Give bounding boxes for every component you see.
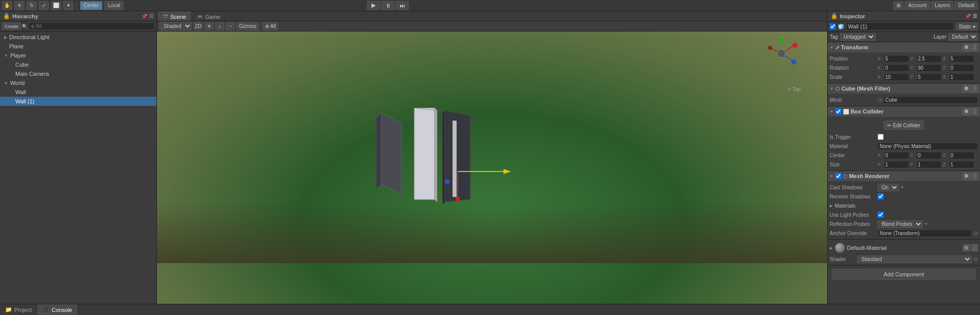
center-z-input[interactable] xyxy=(949,152,974,159)
pos-x-input[interactable] xyxy=(884,55,909,63)
mesh-renderer-arrow: ▼ xyxy=(830,174,834,179)
scale-y-input[interactable] xyxy=(916,73,942,81)
collab-icon[interactable]: ⊞ xyxy=(893,1,904,10)
rot-z-input[interactable] xyxy=(949,64,974,72)
scale-x-input[interactable] xyxy=(884,73,909,81)
viewport-gizmo[interactable]: X Y Z xyxy=(763,36,799,71)
tab-game[interactable]: 🎮 Game xyxy=(192,12,226,21)
tab-project[interactable]: 📁 Project xyxy=(0,304,37,316)
reflection-probes-label: Reflection Probes xyxy=(830,221,876,227)
2d-toggle[interactable]: 2D xyxy=(194,22,203,31)
cast-shadows-dropdown[interactable]: On xyxy=(878,184,899,191)
hier-item-plane[interactable]: ▶ Plane xyxy=(0,42,156,51)
audio-btn[interactable]: ♪ xyxy=(215,22,224,31)
lighting-btn[interactable]: ☀ xyxy=(204,22,214,31)
hier-item-wall1[interactable]: ▶ Wall (1) xyxy=(0,97,156,106)
material-more-icon[interactable]: ⋮ xyxy=(971,244,978,251)
pause-button[interactable]: ⏸ xyxy=(381,1,394,10)
reflection-probes-dropdown[interactable]: Blend Probes xyxy=(878,220,923,228)
scale-z-input[interactable] xyxy=(949,73,974,81)
inspector-header: 🔒 Inspector 📌 ☰ xyxy=(828,11,980,21)
mesh-renderer-settings-icon[interactable]: ⚙ xyxy=(963,173,970,180)
move-tool-btn[interactable]: ✛ xyxy=(14,1,24,10)
receive-shadows-checkbox[interactable] xyxy=(878,193,884,199)
object-name-input[interactable] xyxy=(846,22,954,31)
layout-dropdown[interactable]: Default xyxy=(955,1,978,10)
mesh-filter-more-icon[interactable]: ⋮ xyxy=(971,85,978,92)
size-z-input[interactable] xyxy=(949,161,974,168)
tag-dropdown[interactable]: Untagged xyxy=(840,33,876,41)
box-collider-enable-checkbox[interactable] xyxy=(835,108,841,114)
mesh-renderer-header[interactable]: ▼ ⬡ Mesh Renderer ⚙ ⋮ xyxy=(828,171,980,181)
rot-y-input[interactable] xyxy=(916,64,942,72)
hierarchy-menu-icon[interactable]: ☰ xyxy=(149,14,153,19)
svg-point-27 xyxy=(777,49,785,58)
step-button[interactable]: ⏭ xyxy=(395,1,409,10)
center-x-input[interactable] xyxy=(884,152,909,159)
add-component-btn[interactable]: Add Component xyxy=(832,269,976,280)
hier-arrow-light: ▶ xyxy=(4,35,7,40)
mesh-value-input[interactable] xyxy=(883,96,978,104)
scene-view[interactable]: X Y Z < Top xyxy=(157,32,827,304)
effects-btn[interactable]: ⁃ xyxy=(226,22,235,31)
size-z-label: Z xyxy=(943,162,948,167)
mesh-renderer-more-icon[interactable]: ⋮ xyxy=(971,173,978,180)
play-button[interactable]: ▶ xyxy=(367,1,380,10)
hier-item-cube[interactable]: ▶ Cube xyxy=(0,60,156,69)
inspector-menu-icon[interactable]: ☰ xyxy=(973,14,977,19)
box-collider-header[interactable]: ▼ ⬜ Box Collider ⚙ ⋮ xyxy=(828,106,980,117)
shading-dropdown[interactable]: Shaded xyxy=(159,22,192,31)
pos-y-input[interactable] xyxy=(916,55,942,63)
edit-collider-btn[interactable]: ✏ Edit Collider xyxy=(884,121,924,130)
center-y-input[interactable] xyxy=(916,152,942,159)
hier-item-main-camera[interactable]: ▶ Main Camera xyxy=(0,69,156,78)
scene-tab-label: Scene xyxy=(170,14,186,20)
gizmos-btn[interactable]: Gizmos xyxy=(236,22,259,31)
all-btn[interactable]: ⊕ All xyxy=(262,22,278,31)
mesh-renderer-enable-checkbox[interactable] xyxy=(835,173,841,179)
shader-dropdown[interactable]: Standard xyxy=(857,255,972,263)
edit-collider-icon: ✏ xyxy=(887,123,891,128)
size-y-input[interactable] xyxy=(916,161,942,168)
rotate-tool-btn[interactable]: ↻ xyxy=(27,1,37,10)
layers-dropdown[interactable]: Layers xyxy=(931,1,953,10)
hierarchy-create-btn[interactable]: Create xyxy=(2,22,21,30)
multi-tool-btn[interactable]: ✦ xyxy=(63,1,73,10)
scale-tool-btn[interactable]: ⤢ xyxy=(39,1,49,10)
hierarchy-search-input[interactable] xyxy=(29,22,154,30)
reflection-probes-arrow: ▾ xyxy=(925,221,928,226)
transform-body: Position X Y Z Rotation X Y xyxy=(828,52,980,83)
transform-settings-icon[interactable]: ⚙ xyxy=(963,44,970,51)
hier-item-player[interactable]: ▼ Player xyxy=(0,51,156,60)
rot-x-input[interactable] xyxy=(884,64,909,72)
material-settings-icon[interactable]: ⚙ xyxy=(963,244,970,251)
use-light-probes-checkbox[interactable] xyxy=(878,212,884,218)
local-toggle[interactable]: Local xyxy=(104,1,124,10)
transform-more-icon[interactable]: ⋮ xyxy=(971,44,978,51)
account-dropdown[interactable]: Account xyxy=(905,1,930,10)
static-btn[interactable]: Static ▾ xyxy=(956,22,978,31)
box-collider-settings-icon[interactable]: ⚙ xyxy=(963,108,970,115)
hier-item-world[interactable]: ▼ World xyxy=(0,78,156,88)
tab-console[interactable]: ⬛ Console xyxy=(37,304,77,316)
tab-scene[interactable]: 🎬 Scene xyxy=(157,12,192,21)
center-toggle[interactable]: Center xyxy=(80,1,102,10)
collider-material-input[interactable] xyxy=(878,142,978,150)
transform-header[interactable]: ▼ ⤢ Transform ⚙ ⋮ xyxy=(828,42,980,52)
layer-dropdown[interactable]: Default xyxy=(948,33,978,41)
object-active-checkbox[interactable] xyxy=(830,23,836,30)
mesh-filter-settings-icon[interactable]: ⚙ xyxy=(963,85,970,92)
scale-label: Scale xyxy=(830,74,876,80)
anchor-override-input[interactable] xyxy=(878,230,972,237)
is-trigger-checkbox[interactable] xyxy=(878,134,884,140)
center-z-label: Z xyxy=(943,153,948,158)
pos-z-input[interactable] xyxy=(949,55,974,63)
mesh-filter-icon: ⬡ xyxy=(835,86,840,92)
box-collider-more-icon[interactable]: ⋮ xyxy=(971,108,978,115)
hier-item-wall[interactable]: ▶ Wall xyxy=(0,88,156,97)
size-x-input[interactable] xyxy=(884,161,909,168)
hier-item-directional-light[interactable]: ▶ Directional Light xyxy=(0,33,156,42)
rect-tool-btn[interactable]: ⬜ xyxy=(51,1,61,10)
hand-tool-btn[interactable]: ✋ xyxy=(2,1,12,10)
mesh-filter-header[interactable]: ▼ ⬡ Cube (Mesh Filter) ⚙ ⋮ xyxy=(828,83,980,94)
